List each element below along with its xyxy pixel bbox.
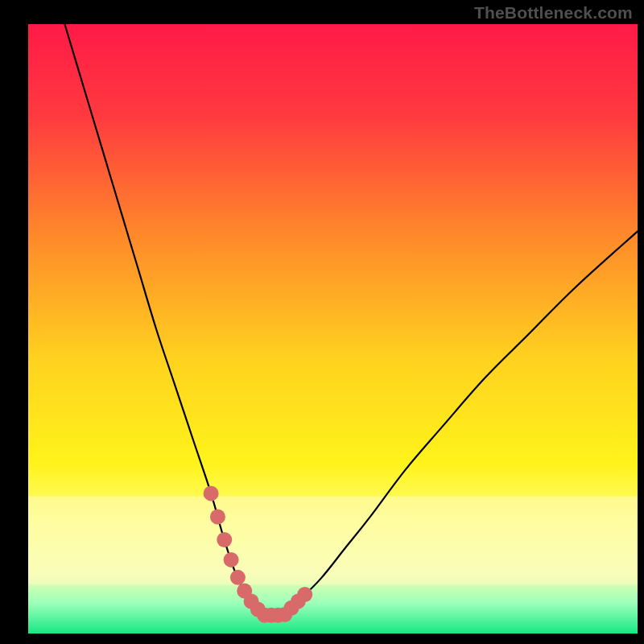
chart-frame: TheBottleneck.com bbox=[0, 0, 644, 644]
highlight-dot bbox=[230, 570, 246, 585]
bottom-glow bbox=[28, 497, 638, 585]
curve-layer bbox=[28, 24, 638, 634]
watermark-text: TheBottleneck.com bbox=[474, 3, 633, 23]
highlight-dot bbox=[217, 532, 232, 547]
highlight-dot bbox=[297, 587, 312, 602]
highlight-dot bbox=[204, 485, 219, 501]
glow-band bbox=[28, 497, 638, 585]
highlight-dot bbox=[210, 510, 225, 525]
highlight-dot bbox=[224, 552, 239, 568]
plot-area bbox=[28, 24, 638, 634]
